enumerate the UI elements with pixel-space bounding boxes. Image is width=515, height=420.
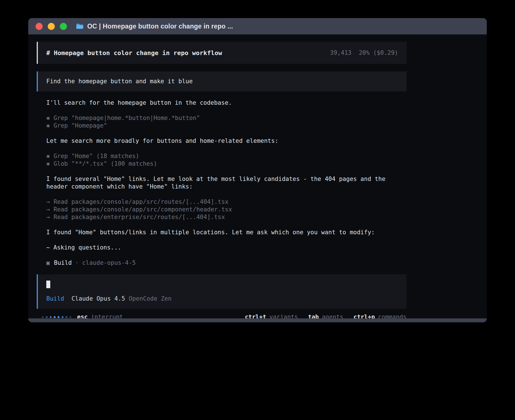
shortcut-label: variants <box>269 313 298 318</box>
spinner-dot <box>58 316 60 318</box>
zoom-window-button[interactable] <box>60 23 67 30</box>
tool-call-label: Read packages/enterprise/src/routes/[...… <box>54 214 225 220</box>
shortcut-key: ctrl+p <box>353 313 375 318</box>
agent-mode-label: Build <box>46 295 64 303</box>
status-bar-left: esc interrupt <box>42 313 123 318</box>
tool-call: →Read packages/enterprise/src/routes/[..… <box>46 213 407 221</box>
tool-icon: → <box>46 206 50 213</box>
tool-call: →Read packages/console/app/src/component… <box>46 206 407 213</box>
model-provider: OpenCode Zen <box>129 295 172 303</box>
status-text: ~ Asking questions... <box>46 244 407 251</box>
tool-call-label: Glob "**/*.tsx" (100 matches) <box>54 160 157 167</box>
prompt-input[interactable]: Build Claude Opus 4.5 OpenCode Zen <box>37 274 407 309</box>
esc-key-action: interrupt <box>91 313 123 318</box>
agent-task-row: ▣Build·claude-opus-4-5 <box>46 259 407 267</box>
folder-icon <box>76 23 84 29</box>
session-header: # Homepage button color change in repo w… <box>37 42 407 64</box>
spinner-dot <box>42 316 44 318</box>
shortcut-label: commands <box>378 313 407 318</box>
shortcut-key: tab <box>308 313 319 318</box>
conversation: I'll search for the homepage button in t… <box>37 99 407 267</box>
desktop-background: OC | Homepage button color change in rep… <box>0 0 515 420</box>
token-count: 39,413 <box>330 49 352 57</box>
window-bottom-frame <box>28 318 487 322</box>
spinner-dot <box>69 316 71 318</box>
window-title: OC | Homepage button color change in rep… <box>87 23 233 30</box>
shortcut-tab: tabagents <box>308 313 343 318</box>
keyboard-shortcuts: ctrl+tvariantstabagentsctrl+pcommands <box>235 313 407 318</box>
tool-icon: → <box>46 198 50 206</box>
status-bar: esc interrupt ctrl+tvariantstabagentsctr… <box>37 313 407 318</box>
tool-call-label: Grep "homepage|home.*button|Home.*button… <box>54 115 200 121</box>
separator-dot: · <box>75 259 79 267</box>
spinner-dot <box>50 316 52 318</box>
input-status-row: Build Claude Opus 4.5 OpenCode Zen <box>46 295 398 303</box>
tool-call-label: Grep "Homepage" <box>54 122 107 129</box>
tool-call-group: →Read packages/console/app/src/routes/[.… <box>46 198 407 221</box>
tool-call: ✱Glob "**/*.tsx" (100 matches) <box>46 160 407 168</box>
tool-call: ✱Grep "homepage|home.*button|Home.*butto… <box>46 114 407 122</box>
model-name: Claude Opus 4.5 <box>71 295 125 303</box>
terminal-window: OC | Homepage button color change in rep… <box>28 18 487 322</box>
window-titlebar: OC | Homepage button color change in rep… <box>28 18 487 34</box>
spinner-dot <box>62 316 64 318</box>
tool-call-group: ✱Grep "Home" (18 matches)✱Glob "**/*.tsx… <box>46 152 407 168</box>
assistant-text: I'll search for the homepage button in t… <box>46 99 398 107</box>
assistant-text: I found several "Home" links. Let me loo… <box>46 175 398 191</box>
minimize-window-button[interactable] <box>48 23 55 30</box>
spinner-dot <box>46 316 48 318</box>
esc-key-hint: esc <box>77 313 88 318</box>
shortcut-ctrl-t: ctrl+tvariants <box>245 313 298 318</box>
session-stats: 39,413 20% ($0.29) <box>330 49 398 57</box>
context-usage: 20% ($0.29) <box>359 49 398 57</box>
session-title: # Homepage button color change in repo w… <box>46 49 222 57</box>
agent-model: claude-opus-4-5 <box>82 259 136 267</box>
spinner-dot <box>54 316 56 318</box>
spinner-dots <box>42 316 71 318</box>
tool-call: →Read packages/console/app/src/routes/[.… <box>46 198 407 206</box>
user-message: Find the homepage button and make it blu… <box>37 71 407 91</box>
agent-icon: ▣ <box>46 259 50 267</box>
agent-name: Build <box>54 259 72 267</box>
shortcut-ctrl-p: ctrl+pcommands <box>353 313 407 318</box>
user-message-text: Find the homepage button and make it blu… <box>46 78 193 85</box>
assistant-text: Let me search more broadly for buttons a… <box>46 137 398 145</box>
tool-call-group: ✱Grep "homepage|home.*button|Home.*butto… <box>46 114 407 130</box>
tool-icon: → <box>46 213 50 221</box>
assistant-text: I found "Home" buttons/links in multiple… <box>46 229 398 236</box>
tool-icon: ✱ <box>46 160 50 168</box>
tool-icon: ✱ <box>46 152 50 160</box>
tool-call: ✱Grep "Homepage" <box>46 122 407 130</box>
shortcut-label: agents <box>322 313 343 318</box>
spinner-dot <box>66 316 67 318</box>
tool-call-label: Read packages/console/app/src/component/… <box>54 206 232 213</box>
shortcut-key: ctrl+t <box>245 313 266 318</box>
tool-call-label: Grep "Home" (18 matches) <box>54 153 139 159</box>
tool-icon: ✱ <box>46 114 50 122</box>
opencode-tui: # Homepage button color change in repo w… <box>37 42 407 318</box>
tool-call: ✱Grep "Home" (18 matches) <box>46 152 407 160</box>
close-window-button[interactable] <box>36 23 43 30</box>
text-cursor <box>46 281 50 288</box>
tool-call-label: Read packages/console/app/src/routes/[..… <box>54 198 229 205</box>
terminal-content: # Homepage button color change in repo w… <box>28 34 487 318</box>
tool-icon: ✱ <box>46 122 50 130</box>
